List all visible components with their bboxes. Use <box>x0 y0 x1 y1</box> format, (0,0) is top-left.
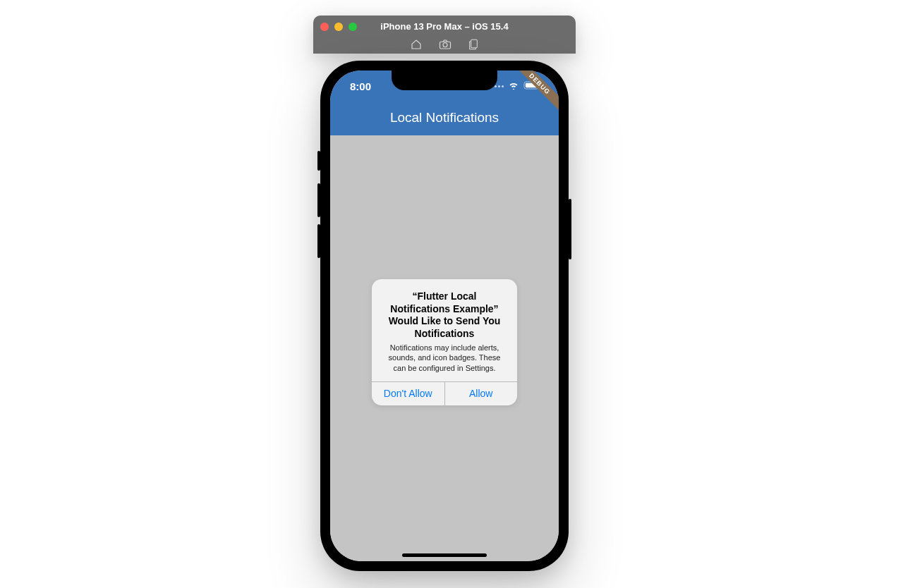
simulator-titlebar: iPhone 13 Pro Max – iOS 15.4 <box>313 16 576 54</box>
home-indicator[interactable] <box>402 553 487 557</box>
svg-rect-5 <box>540 84 541 87</box>
status-time: 8:00 <box>350 80 371 92</box>
volume-down-button[interactable] <box>317 224 320 258</box>
volume-up-button[interactable] <box>317 183 320 217</box>
alert-title: “Flutter Local Notifications Example” Wo… <box>382 290 507 340</box>
alert-message: Notifications may include alerts, sounds… <box>382 343 507 373</box>
home-icon[interactable] <box>411 39 422 50</box>
svg-point-1 <box>443 43 447 47</box>
copy-icon[interactable] <box>468 39 478 50</box>
screen: 8:00 <box>330 71 559 561</box>
svg-rect-2 <box>471 39 478 47</box>
power-button[interactable] <box>569 199 571 259</box>
camera-icon[interactable] <box>439 39 452 49</box>
wifi-icon <box>508 80 519 92</box>
device-frame: 8:00 <box>320 61 569 571</box>
simulator-title: iPhone 13 Pro Max – iOS 15.4 <box>313 21 576 32</box>
battery-icon <box>523 80 542 92</box>
dont-allow-button[interactable]: Don't Allow <box>372 382 444 405</box>
notch <box>392 71 497 90</box>
mute-switch[interactable] <box>317 151 320 171</box>
svg-rect-4 <box>526 83 538 87</box>
permission-alert: “Flutter Local Notifications Example” Wo… <box>372 279 517 405</box>
app-bar-title: Local Notifications <box>390 110 499 125</box>
allow-button[interactable]: Allow <box>444 382 518 405</box>
